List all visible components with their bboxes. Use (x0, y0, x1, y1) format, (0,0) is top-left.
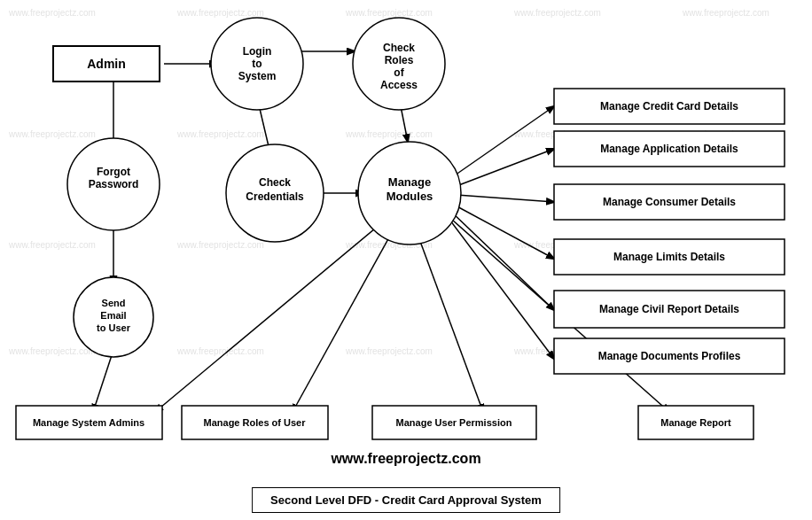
svg-text:www.freeprojectz.com: www.freeprojectz.com (8, 8, 96, 18)
svg-text:www.freeprojectz.com: www.freeprojectz.com (176, 346, 264, 356)
manage-limits-label: Manage Limits Details (613, 251, 725, 263)
svg-line-36 (448, 217, 554, 359)
svg-text:Manage: Manage (388, 175, 431, 189)
svg-text:www.freeprojectz.com: www.freeprojectz.com (8, 346, 96, 356)
svg-line-31 (452, 106, 554, 177)
svg-line-32 (457, 149, 554, 186)
svg-text:www.freeprojectz.com: www.freeprojectz.com (345, 346, 433, 356)
manage-user-permission-label: Manage User Permission (396, 417, 512, 428)
manage-roles-label: Manage Roles of User (204, 417, 307, 428)
manage-documents-label: Manage Documents Profiles (598, 350, 741, 362)
svg-text:Forgot: Forgot (97, 166, 130, 178)
svg-text:www.freeprojectz.com: www.freeprojectz.com (176, 8, 264, 18)
svg-text:Send: Send (102, 298, 126, 308)
svg-text:www.freeprojectz.com: www.freeprojectz.com (345, 129, 433, 139)
svg-text:System: System (238, 70, 277, 82)
manage-system-admins-label: Manage System Admins (33, 417, 144, 428)
svg-text:Access: Access (380, 79, 418, 91)
manage-consumer-label: Manage Consumer Details (603, 196, 736, 208)
admin-label: Admin (87, 57, 126, 71)
svg-line-30 (412, 220, 483, 412)
website-label: www.freeprojectz.com (331, 451, 480, 467)
svg-text:Check: Check (383, 42, 415, 54)
svg-text:www.freeprojectz.com: www.freeprojectz.com (8, 129, 96, 139)
svg-text:www.freeprojectz.com: www.freeprojectz.com (345, 8, 433, 18)
svg-line-34 (452, 204, 554, 259)
svg-line-27 (93, 350, 113, 412)
svg-text:www.freeprojectz.com: www.freeprojectz.com (176, 240, 264, 250)
svg-text:Check: Check (259, 176, 291, 189)
svg-text:to: to (252, 58, 262, 70)
svg-text:www.freeprojectz.com: www.freeprojectz.com (176, 129, 264, 139)
svg-text:Credentials: Credentials (246, 190, 304, 203)
login-label: Login (243, 45, 272, 58)
manage-application-label: Manage Application Details (600, 143, 738, 155)
svg-text:www.freeprojectz.com: www.freeprojectz.com (513, 8, 601, 18)
manage-credit-card-label: Manage Credit Card Details (600, 100, 738, 113)
svg-line-33 (457, 195, 554, 202)
svg-text:Email: Email (100, 310, 126, 321)
manage-civil-report-label: Manage Civil Report Details (599, 303, 739, 315)
svg-text:www.freeprojectz.com: www.freeprojectz.com (8, 240, 96, 250)
svg-text:Roles: Roles (385, 54, 414, 66)
svg-text:Modules: Modules (386, 190, 433, 203)
svg-text:Password: Password (89, 178, 139, 190)
manage-report-label: Manage Report (660, 417, 731, 428)
svg-text:to User: to User (97, 322, 131, 333)
svg-text:www.freeprojectz.com: www.freeprojectz.com (682, 8, 769, 18)
svg-text:of: of (394, 66, 404, 79)
footer-title: Second Level DFD - Credit Card Approval … (252, 487, 560, 513)
svg-line-35 (450, 211, 554, 310)
